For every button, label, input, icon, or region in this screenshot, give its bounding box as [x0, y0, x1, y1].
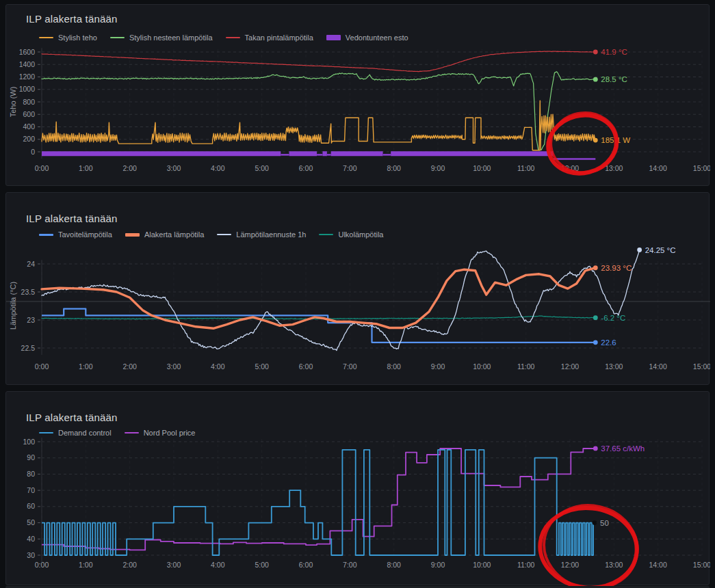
series-end-dot — [593, 315, 598, 320]
series-line — [42, 51, 595, 72]
series-value-label: 23.93 °C — [601, 264, 632, 272]
x-tick-label: 3:00 — [167, 561, 181, 569]
y-tick-label: 1000 — [19, 85, 36, 93]
y-tick-label: 22.5 — [21, 344, 36, 352]
x-tick-label: 11:00 — [517, 561, 535, 569]
x-tick-label: 14:00 — [649, 561, 667, 569]
x-tick-label: 4:00 — [211, 164, 225, 172]
y-axis-title: Lämpötila (°C) — [9, 282, 17, 330]
series-end-dot — [593, 77, 598, 82]
x-tick-label: 10:00 — [473, 561, 491, 569]
series-end-dot — [593, 446, 598, 451]
y-tick-label: 400 — [23, 122, 35, 131]
panel-temperature: ILP alakerta tänään TavoitelämpötilaAlak… — [5, 192, 710, 385]
x-tick-label: 5:00 — [255, 164, 269, 172]
y-tick-label: 1600 — [19, 48, 36, 56]
series-value-label: 22.6 — [601, 338, 616, 347]
x-tick-label: 9:00 — [431, 362, 445, 371]
x-tick-label: 15:00 — [693, 164, 710, 172]
y-tick-label: 40 — [27, 535, 35, 543]
x-tick-label: 2:00 — [122, 561, 137, 569]
x-tick-label: 8:00 — [387, 362, 401, 371]
x-tick-label: 5:00 — [255, 362, 269, 371]
y-axis-title: Teho (W) — [9, 87, 17, 118]
x-tick-label: 14:00 — [649, 164, 667, 172]
grafana-dashboard: ILP alakerta tänään Stylish tehoStylish … — [0, 0, 715, 588]
x-tick-label: 13:00 — [605, 164, 623, 172]
x-tick-label: 13:00 — [605, 561, 623, 569]
x-tick-label: 13:00 — [605, 362, 623, 371]
x-tick-label: 0:00 — [35, 362, 49, 371]
x-tick-label: 6:00 — [299, 561, 313, 569]
chart-canvas[interactable]: 304050607080901000:001:002:003:004:005:0… — [6, 392, 710, 586]
chart-canvas[interactable]: 020040060080010001200140016000:001:002:0… — [6, 5, 710, 187]
y-tick-label: 800 — [23, 98, 35, 106]
panel-demand-price: ILP alakerta tänään Demand controlNord P… — [5, 391, 710, 585]
chart-canvas[interactable]: 22.52323.5240:001:002:003:004:005:006:00… — [6, 193, 710, 386]
x-tick-label: 3:00 — [167, 362, 181, 371]
panel-power: ILP alakerta tänään Stylish tehoStylish … — [5, 4, 710, 186]
y-tick-label: 600 — [23, 110, 35, 118]
x-tick-label: 1:00 — [79, 561, 93, 569]
series-value-label: -6.2 °C — [601, 314, 625, 322]
y-tick-label: 23.5 — [21, 288, 36, 296]
x-tick-label: 15:00 — [693, 362, 710, 371]
x-tick-label: 2:00 — [122, 362, 137, 371]
x-tick-label: 15:00 — [693, 561, 710, 569]
y-tick-label: 0 — [31, 148, 35, 156]
series-value-label: 37.65 c/kWh — [601, 444, 645, 453]
x-tick-label: 10:00 — [473, 164, 491, 172]
series-value-label: 41.9 °C — [601, 48, 627, 56]
y-tick-label: 1200 — [19, 72, 36, 81]
y-tick-label: 50 — [27, 518, 35, 526]
series-steps — [42, 309, 595, 343]
x-tick-label: 12:00 — [561, 362, 579, 371]
y-tick-label: 100 — [23, 438, 35, 446]
x-tick-label: 7:00 — [343, 164, 357, 172]
x-tick-label: 0:00 — [35, 561, 49, 569]
x-tick-label: 9:00 — [431, 164, 445, 172]
y-tick-label: 60 — [27, 502, 35, 510]
series-end-dot — [593, 265, 598, 270]
x-tick-label: 1:00 — [79, 362, 93, 371]
series-value-label: 24.25 °C — [645, 246, 676, 254]
y-tick-label: 30 — [27, 551, 35, 559]
x-tick-label: 3:00 — [167, 164, 181, 172]
x-tick-label: 12:00 — [561, 561, 579, 569]
x-tick-label: 11:00 — [517, 362, 535, 371]
x-tick-label: 9:00 — [431, 561, 445, 569]
series-end-dot — [593, 138, 598, 143]
y-tick-label: 70 — [27, 486, 35, 494]
x-tick-label: 1:00 — [79, 164, 93, 172]
y-tick-label: 200 — [23, 135, 35, 143]
y-tick-label: 80 — [27, 470, 35, 478]
series-steps — [42, 450, 595, 555]
x-tick-label: 7:00 — [343, 362, 357, 371]
x-tick-label: 4:00 — [211, 362, 225, 371]
x-tick-label: 6:00 — [299, 362, 313, 371]
y-tick-label: 23 — [27, 316, 35, 324]
y-tick-label: 90 — [27, 453, 35, 462]
x-tick-label: 8:00 — [387, 164, 401, 172]
x-tick-label: 8:00 — [387, 561, 401, 569]
x-tick-label: 6:00 — [299, 164, 313, 172]
x-tick-label: 0:00 — [35, 164, 49, 172]
series-end-dot — [637, 248, 642, 252]
x-tick-label: 5:00 — [255, 561, 269, 569]
x-tick-label: 7:00 — [343, 561, 357, 569]
x-tick-label: 4:00 — [211, 561, 225, 569]
series-line — [42, 101, 595, 150]
x-tick-label: 2:00 — [122, 164, 137, 172]
x-tick-label: 10:00 — [473, 362, 491, 371]
x-tick-label: 14:00 — [649, 362, 667, 371]
y-tick-label: 1400 — [19, 60, 36, 68]
series-value-label: 50 — [600, 519, 609, 527]
y-tick-label: 24 — [27, 260, 35, 268]
x-tick-label: 11:00 — [517, 164, 535, 172]
series-value-label: 28.5 °C — [601, 75, 627, 83]
series-end-dot — [593, 50, 598, 55]
series-end-dot — [593, 520, 597, 525]
series-end-dot — [593, 340, 598, 345]
